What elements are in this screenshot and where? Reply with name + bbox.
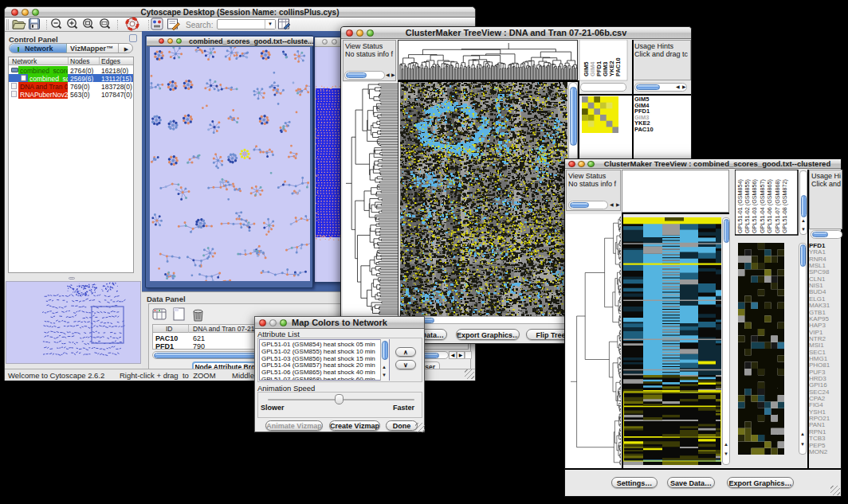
svg-text:GPL51-07 (GSM868): GPL51-07 (GSM868) <box>774 179 781 233</box>
svg-text:GPL51-08 (GSM872): GPL51-08 (GSM872) <box>781 179 788 233</box>
svg-text:GPL51-04 (GSM857): GPL51-04 (GSM857) <box>759 179 766 233</box>
svg-text:GPL51-06 (GSM865): GPL51-06 (GSM865) <box>766 179 773 233</box>
svg-text:GPL51-01 (GSM854): GPL51-01 (GSM854) <box>736 179 744 233</box>
svg-text:GPL51-02 (GSM855): GPL51-02 (GSM855) <box>744 179 751 233</box>
svg-text:PAC10: PAC10 <box>614 57 622 76</box>
svg-text:GPL51-03 (GSM856): GPL51-03 (GSM856) <box>751 179 758 233</box>
